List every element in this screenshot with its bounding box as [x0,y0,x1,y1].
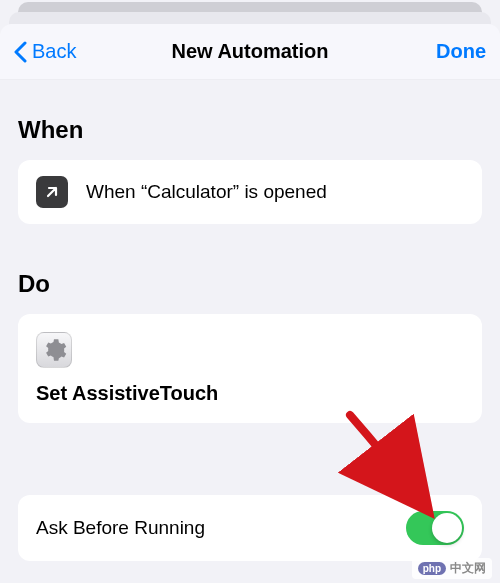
done-button[interactable]: Done [436,40,486,63]
watermark-badge: php [418,562,446,575]
do-card[interactable]: Set AssistiveTouch [18,314,482,423]
when-card[interactable]: When “Calculator” is opened [18,160,482,224]
ask-label: Ask Before Running [36,517,205,539]
nav-bar: Back New Automation Done [0,24,500,80]
do-header: Do [18,270,482,298]
gear-icon [41,337,67,363]
do-action-text: Set AssistiveTouch [36,382,464,405]
chevron-left-icon [14,41,28,63]
ask-before-running-row: Ask Before Running [18,495,482,561]
switch-knob [432,513,462,543]
back-label: Back [32,40,76,63]
back-button[interactable]: Back [14,40,76,63]
watermark: php 中文网 [412,558,492,579]
when-header: When [18,116,482,144]
sheet-modal: Back New Automation Done When When “Calc… [0,24,500,583]
watermark-text: 中文网 [450,560,486,577]
settings-app-icon [36,332,72,368]
app-open-icon [36,176,68,208]
ask-before-running-toggle[interactable] [406,511,464,545]
when-text: When “Calculator” is opened [86,181,327,203]
